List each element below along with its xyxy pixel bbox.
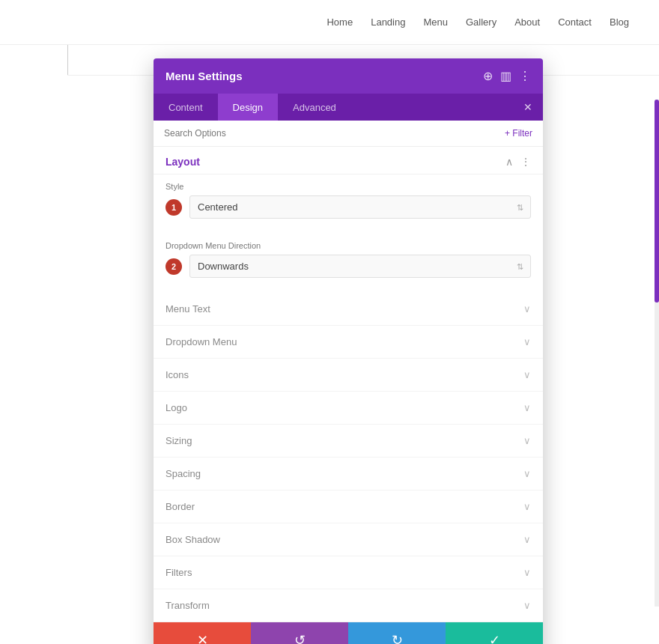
collapsible-item-spacing[interactable]: Spacing ∨ bbox=[154, 458, 543, 490]
collapsible-item-filters[interactable]: Filters ∨ bbox=[154, 556, 543, 589]
layout-header-controls: ∧ ⋮ bbox=[505, 156, 531, 168]
collapsible-item-transform[interactable]: Transform ∨ bbox=[154, 589, 543, 622]
scrollbar-thumb[interactable] bbox=[655, 100, 659, 303]
cancel-button[interactable]: ✕ bbox=[154, 622, 251, 644]
search-input[interactable] bbox=[164, 128, 505, 139]
modal-header: Menu Settings ⊕ ▥ ⋮ bbox=[154, 58, 543, 94]
save-button[interactable]: ✓ bbox=[446, 622, 543, 644]
collapsible-label: Spacing bbox=[165, 468, 201, 479]
left-border-line bbox=[67, 45, 68, 75]
top-navigation: HomeLandingMenuGalleryAboutContactBlog bbox=[0, 0, 659, 45]
scrollbar-track bbox=[655, 100, 659, 607]
dropdown-select-wrapper: Downwards Upwards bbox=[189, 255, 531, 278]
filter-button[interactable]: + Filter bbox=[505, 128, 532, 139]
nav-link-blog[interactable]: Blog bbox=[610, 16, 629, 28]
modal-header-icons: ⊕ ▥ ⋮ bbox=[483, 69, 531, 83]
collapsible-label: Transform bbox=[165, 600, 210, 611]
menu-settings-modal: Menu Settings ⊕ ▥ ⋮ Content Design Advan… bbox=[154, 58, 543, 644]
nav-link-contact[interactable]: Contact bbox=[558, 16, 592, 28]
search-bar: + Filter bbox=[154, 121, 543, 147]
collapsible-label: Box Shadow bbox=[165, 534, 220, 545]
collapsible-item-menu-text[interactable]: Menu Text ∨ bbox=[154, 293, 543, 326]
collapsible-chevron-icon: ∨ bbox=[523, 468, 531, 479]
collapsible-chevron-icon: ∨ bbox=[523, 600, 531, 611]
tab-content[interactable]: Content bbox=[154, 94, 218, 121]
nav-link-home[interactable]: Home bbox=[327, 16, 353, 28]
collapsible-label: Logo bbox=[165, 402, 187, 413]
target-icon[interactable]: ⊕ bbox=[483, 69, 493, 83]
collapsible-chevron-icon: ∨ bbox=[523, 369, 531, 380]
collapsible-label: Menu Text bbox=[165, 303, 210, 315]
layout-collapse-icon[interactable]: ∧ bbox=[505, 156, 513, 168]
layout-more-icon[interactable]: ⋮ bbox=[520, 156, 531, 168]
collapsible-chevron-icon: ∨ bbox=[523, 435, 531, 446]
layout-section-header: Layout ∧ ⋮ bbox=[154, 147, 543, 174]
collapsible-chevron-icon: ∨ bbox=[523, 501, 531, 512]
layout-title: Layout bbox=[165, 156, 200, 168]
collapsible-label: Filters bbox=[165, 567, 192, 578]
collapsible-item-box-shadow[interactable]: Box Shadow ∨ bbox=[154, 523, 543, 556]
layout-section: Layout ∧ ⋮ Style 1 Centered Left Aligned… bbox=[154, 147, 543, 293]
collapsible-item-sizing[interactable]: Sizing ∨ bbox=[154, 425, 543, 458]
collapsible-chevron-icon: ∨ bbox=[523, 303, 531, 315]
tab-advanced[interactable]: Advanced bbox=[278, 94, 351, 121]
collapsible-item-logo[interactable]: Logo ∨ bbox=[154, 392, 543, 425]
collapsible-item-border[interactable]: Border ∨ bbox=[154, 490, 543, 523]
collapsible-sections-list: Menu Text ∨ Dropdown Menu ∨ Icons ∨ Logo… bbox=[154, 293, 543, 622]
nav-link-gallery[interactable]: Gallery bbox=[466, 16, 496, 28]
nav-links: HomeLandingMenuGalleryAboutContactBlog bbox=[327, 16, 629, 28]
reset-button[interactable]: ↺ bbox=[251, 622, 348, 644]
collapsible-label: Icons bbox=[165, 369, 189, 380]
dropdown-direction-field-group: Dropdown Menu Direction 2 Downwards Upwa… bbox=[154, 234, 543, 293]
bottom-toolbar: ✕ ↺ ↻ ✓ bbox=[154, 622, 543, 644]
style-label: Style bbox=[165, 182, 531, 191]
style-select[interactable]: Centered Left Aligned Right Aligned Just… bbox=[189, 195, 531, 219]
style-row: 1 Centered Left Aligned Right Aligned Ju… bbox=[165, 195, 531, 219]
style-field-group: Style 1 Centered Left Aligned Right Alig… bbox=[154, 174, 543, 234]
collapsible-chevron-icon: ∨ bbox=[523, 567, 531, 578]
style-select-wrapper: Centered Left Aligned Right Aligned Just… bbox=[189, 195, 531, 219]
nav-link-menu[interactable]: Menu bbox=[423, 16, 448, 28]
columns-icon[interactable]: ▥ bbox=[500, 69, 511, 83]
tab-bar: Content Design Advanced ✕ bbox=[154, 94, 543, 121]
collapsible-item-dropdown-menu[interactable]: Dropdown Menu ∨ bbox=[154, 326, 543, 359]
collapsible-label: Dropdown Menu bbox=[165, 336, 237, 347]
nav-link-about[interactable]: About bbox=[514, 16, 540, 28]
redo-button[interactable]: ↻ bbox=[348, 622, 446, 644]
dropdown-direction-select[interactable]: Downwards Upwards bbox=[189, 255, 531, 278]
dropdown-direction-label: Dropdown Menu Direction bbox=[165, 241, 531, 250]
collapsible-chevron-icon: ∨ bbox=[523, 402, 531, 413]
modal-title: Menu Settings bbox=[165, 70, 243, 82]
collapsible-label: Sizing bbox=[165, 435, 192, 446]
dropdown-direction-row: 2 Downwards Upwards bbox=[165, 255, 531, 278]
nav-link-landing[interactable]: Landing bbox=[371, 16, 405, 28]
tab-design[interactable]: Design bbox=[218, 94, 278, 121]
collapsible-chevron-icon: ∨ bbox=[523, 336, 531, 347]
style-badge: 1 bbox=[165, 199, 182, 216]
more-icon[interactable]: ⋮ bbox=[519, 69, 531, 83]
modal-close-button[interactable]: ✕ bbox=[513, 94, 543, 121]
collapsible-item-icons[interactable]: Icons ∨ bbox=[154, 359, 543, 392]
dropdown-badge: 2 bbox=[165, 258, 182, 275]
collapsible-label: Border bbox=[165, 501, 195, 512]
collapsible-chevron-icon: ∨ bbox=[523, 534, 531, 545]
